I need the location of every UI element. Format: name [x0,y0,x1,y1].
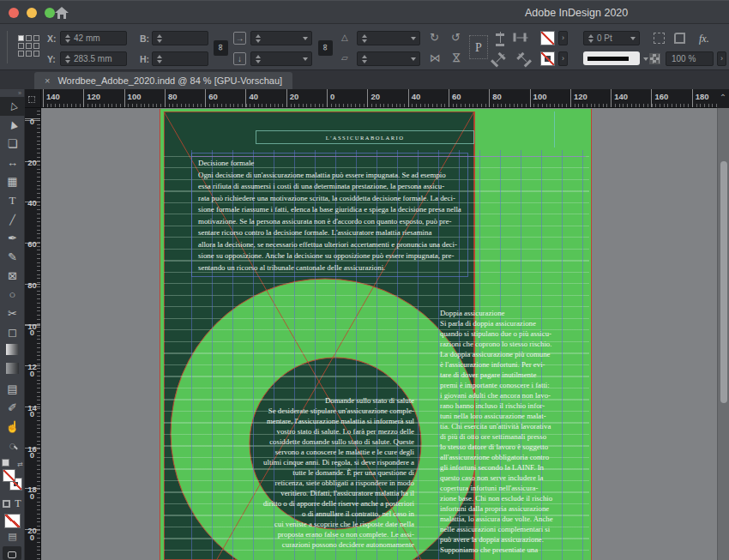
rotation-dropdown-icon[interactable] [411,37,416,40]
selection-tool[interactable]: ▷ [0,97,25,116]
shear-angle-icon: ▱ [341,51,348,64]
zoom-tool[interactable]: ◌ [0,437,25,455]
screen-mode-button[interactable] [3,546,21,560]
rectangle-frame-tool[interactable]: ⊠ [0,267,25,286]
width-stepper[interactable] [155,34,163,43]
swap-fill-stroke-icon[interactable]: ⇄ [17,461,23,468]
tools-panel-collapse-icon[interactable]: » [0,89,24,97]
align-horizontal-icon[interactable] [491,50,508,66]
y-position-field[interactable]: 283.5 mm [60,51,127,66]
home-icon[interactable] [55,7,69,22]
pencil-tool[interactable]: ✎ [0,248,25,267]
opacity-expand-button[interactable]: › [717,51,726,66]
opacity-field[interactable]: 100 % [666,51,714,66]
direct-selection-tool[interactable]: ▶ [0,116,25,135]
ruler-origin-box[interactable] [25,89,41,108]
stroke-weight-dropdown-icon[interactable] [630,37,636,40]
distribute-spacing-v-icon[interactable] [517,32,528,44]
gap-tool[interactable]: ↔ [0,154,25,172]
toolbar-fill-swatch[interactable] [3,469,15,482]
height-field[interactable] [152,51,208,66]
free-transform-tool[interactable]: ◻ [0,323,25,342]
type-tool[interactable]: T [0,191,25,210]
page-tool[interactable]: ❏ [0,135,25,154]
shear-angle-field[interactable] [357,51,420,66]
scissors-tool[interactable]: ✂ [0,304,25,323]
scrollbar-thumb[interactable] [720,161,727,403]
note-tool[interactable]: ▤ [0,380,25,399]
rotation-angle-field[interactable] [357,31,420,45]
hand-tool[interactable]: ☝ [0,418,25,437]
vertical-ruler[interactable]: 020406080100120140160180200220 [25,108,41,560]
minimize-window-button[interactable] [27,8,37,18]
rotate-cw-icon[interactable]: ↻ [430,31,439,44]
screen-mode-icon [8,551,16,558]
ellipse-tool[interactable]: ○ [0,286,25,304]
fill-expand-button[interactable]: › [558,31,568,45]
app-title: Adobe InDesign 2020 [525,7,628,19]
align-vertical-icon[interactable] [514,50,530,66]
rotation-angle-icon: △ [341,31,348,44]
corner-shape-icon[interactable] [674,33,685,44]
gradient-swatch-tool[interactable]: ▩ [0,342,25,361]
scale-y-icon: ↓ [233,52,246,65]
x-stepper[interactable] [63,34,71,43]
rotate-ccw-icon[interactable]: ↺ [451,31,461,44]
corner-options-icon[interactable] [654,33,665,44]
tab-close-icon[interactable]: × [45,75,50,86]
scroll-up-icon[interactable]: ⌃ [717,89,729,108]
formatting-affects-container-icon[interactable] [3,500,10,508]
pen-tool[interactable]: ✒ [0,229,25,248]
text-block-doppia-assicurazione[interactable]: Doppia assicurazioneSi parla di doppia a… [440,308,589,555]
tools-panel: » ▷▶❏↔▦T╱✒✎⊠○✂◻▩▨▤✐☝◌ ⇄ T ▤ [0,89,25,560]
eyedropper-tool[interactable]: ✐ [0,399,25,418]
panel-grip[interactable] [7,31,8,63]
effects-button[interactable]: fx. [699,33,709,45]
maximize-window-button[interactable] [45,8,55,18]
scale-x-dropdown-icon[interactable] [303,37,308,40]
default-swatches-icon[interactable] [2,459,9,467]
reference-point-proxy[interactable] [18,35,39,57]
stroke-color-swatch[interactable] [540,51,555,66]
running-header-frame[interactable]: L'ASSICURABOLARIO [256,130,474,144]
fill-color-swatch[interactable] [540,31,555,45]
document-tabbar: × Wordbee_Adobe_2020.indd @ 84 % [GPU-Vo… [0,70,729,89]
content-collector-tool[interactable]: ▦ [0,172,25,191]
stroke-style-dropdown-icon[interactable] [643,57,648,61]
text-block-decisione-formale[interactable]: Decisione formaleOgni decisione di un'as… [198,158,473,274]
view-options-icon[interactable]: ▤ [0,528,25,544]
text-block-domande-salute[interactable]: Domande sullo stato di saluteSe desidera… [178,395,414,550]
scale-y-field[interactable] [250,51,312,66]
constrain-proportions-icon[interactable]: ∞ [214,40,228,56]
line-tool[interactable]: ╱ [0,210,25,229]
vertical-scrollbar[interactable] [717,108,729,560]
pasteboard[interactable]: L'ASSICURABOLARIO Decisione formaleOgni … [41,108,717,560]
document-page[interactable]: L'ASSICURABOLARIO Decisione formaleOgni … [160,109,592,560]
titlebar: Adobe InDesign 2020 [0,0,729,24]
x-position-field[interactable]: 42 mm [60,31,127,45]
height-stepper[interactable] [155,55,163,63]
column-frame-edge [554,111,555,148]
stroke-expand-button[interactable]: › [558,51,568,66]
stroke-weight-field[interactable]: 0 Pt [583,31,640,45]
document-tab[interactable]: × Wordbee_Adobe_2020.indd @ 84 % [GPU-Vo… [34,72,292,89]
apply-none-swatch[interactable] [4,514,21,528]
width-field[interactable] [152,31,208,45]
scale-x-field[interactable] [250,31,312,45]
formatting-affects-text-icon[interactable]: T [15,497,21,510]
horizontal-ruler[interactable]: 1401201008060402002040608010012014016018… [41,89,717,108]
close-window-button[interactable] [9,8,19,18]
y-label: Y: [47,54,56,64]
running-header-text: L'ASSICURABOLARIO [326,135,405,141]
distribute-spacing-h-icon[interactable] [494,32,506,43]
gradient-feather-tool[interactable]: ▨ [0,361,25,380]
constrain-scale-icon[interactable]: ∞ [318,40,333,56]
scale-x-icon: → [233,32,246,45]
select-container-icon[interactable]: P [469,35,488,59]
scale-y-dropdown-icon[interactable] [303,57,308,61]
flip-horizontal-icon[interactable]: ⋈ [430,51,441,64]
shear-dropdown-icon[interactable] [411,57,416,61]
y-stepper[interactable] [63,55,71,63]
flip-vertical-icon[interactable]: ⋈ [450,52,463,63]
stroke-style-dropdown[interactable] [583,51,640,65]
